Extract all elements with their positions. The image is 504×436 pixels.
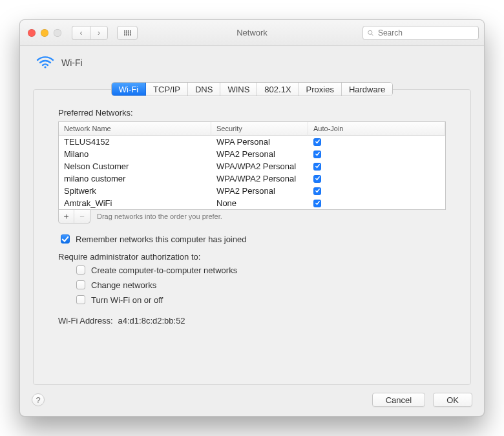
auto-join-checkbox[interactable]	[313, 151, 321, 158]
remove-network-button[interactable]: −	[74, 210, 90, 223]
tab-hardware[interactable]: Hardware	[342, 83, 392, 96]
cell-network-name: TELUS4152	[59, 137, 211, 147]
search-field[interactable]	[362, 26, 479, 40]
minimize-window-button[interactable]	[41, 29, 48, 37]
cell-security: WPA2 Personal	[211, 186, 308, 196]
help-button[interactable]: ?	[32, 393, 45, 406]
wifi-address-label: Wi-Fi Address:	[58, 316, 113, 326]
tab-wi-fi[interactable]: Wi-Fi	[112, 83, 146, 96]
require-option-checkbox[interactable]	[76, 265, 85, 275]
table-header: Network Name Security Auto-Join	[59, 122, 445, 136]
cell-auto-join	[308, 151, 445, 158]
require-option-label: Create computer-to-computer networks	[91, 265, 237, 275]
require-option-label: Turn Wi-Fi on or off	[91, 295, 163, 305]
col-auto-join[interactable]: Auto-Join	[308, 122, 445, 136]
networks-table[interactable]: Network Name Security Auto-Join TELUS415…	[58, 121, 446, 210]
chevron-right-icon: ›	[98, 28, 100, 37]
cell-security: WPA2 Personal	[211, 149, 308, 159]
cell-security: WPA Personal	[211, 137, 308, 147]
tab-proxies[interactable]: Proxies	[299, 83, 342, 96]
remember-networks-label: Remember networks this computer has join…	[76, 234, 246, 244]
window-controls	[28, 29, 61, 37]
forward-button[interactable]: ›	[90, 26, 108, 40]
tab-dns[interactable]: DNS	[188, 83, 220, 96]
cell-network-name: milano customer	[59, 174, 211, 183]
svg-point-0	[368, 30, 372, 34]
remember-networks-row[interactable]: Remember networks this computer has join…	[58, 233, 446, 245]
search-icon	[367, 29, 374, 37]
panel-title: Wi-Fi	[61, 57, 83, 68]
preferred-networks-label: Preferred Networks:	[58, 108, 446, 118]
content-pane: Preferred Networks: Network Name Securit…	[33, 89, 471, 385]
titlebar: ‹ › Network	[20, 20, 484, 46]
add-remove-group: ＋ −	[58, 209, 90, 223]
tab-bar: Wi-FiTCP/IPDNSWINS802.1XProxiesHardware	[20, 75, 484, 89]
cell-auto-join	[308, 175, 445, 183]
table-row[interactable]: SpitwerkWPA2 Personal	[59, 185, 445, 197]
auto-join-checkbox[interactable]	[313, 200, 321, 207]
add-network-button[interactable]: ＋	[59, 210, 74, 223]
cell-network-name: Nelson Customer	[59, 161, 211, 171]
cell-network-name: Amtrak_WiFi	[59, 198, 211, 208]
cell-network-name: Spitwerk	[59, 186, 211, 196]
col-security[interactable]: Security	[211, 122, 308, 136]
col-network-name[interactable]: Network Name	[59, 122, 211, 136]
auto-join-checkbox[interactable]	[313, 163, 321, 171]
panel-header: Wi-Fi	[20, 46, 484, 75]
auto-join-checkbox[interactable]	[313, 138, 321, 146]
cell-auto-join	[308, 200, 445, 207]
cell-auto-join	[308, 187, 445, 195]
chevron-left-icon: ‹	[80, 28, 83, 37]
wifi-address-row: Wi-Fi Address: a4:d1:8c:d2:bb:52	[58, 316, 446, 326]
wifi-address-value: a4:d1:8c:d2:bb:52	[118, 316, 185, 326]
search-input[interactable]	[377, 28, 474, 38]
show-all-button[interactable]	[117, 26, 138, 40]
tab-802-1x[interactable]: 802.1X	[257, 83, 299, 96]
drag-hint: Drag networks into the order you prefer.	[97, 213, 222, 220]
preferences-window: ‹ › Network Wi-Fi Wi-FiTCP/IPDNSWINS802.…	[19, 19, 485, 417]
cell-security: None	[211, 198, 308, 208]
require-option-checkbox[interactable]	[76, 295, 85, 304]
table-row[interactable]: milano customerWPA/WPA2 Personal	[59, 172, 445, 185]
table-row[interactable]: Nelson CustomerWPA/WPA2 Personal	[59, 160, 445, 172]
require-option-checkbox[interactable]	[76, 280, 85, 289]
wifi-icon	[36, 54, 55, 71]
cell-auto-join	[308, 163, 445, 171]
close-window-button[interactable]	[28, 29, 36, 37]
nav-buttons: ‹ ›	[72, 26, 108, 40]
auto-join-checkbox[interactable]	[313, 187, 321, 195]
cell-security: WPA/WPA2 Personal	[211, 174, 308, 183]
svg-point-2	[44, 66, 46, 68]
cancel-button[interactable]: Cancel	[372, 393, 425, 407]
tab-wins[interactable]: WINS	[220, 83, 257, 96]
back-button[interactable]: ‹	[72, 26, 90, 40]
table-row[interactable]: MilanoWPA2 Personal	[59, 148, 445, 160]
require-option-row[interactable]: Create computer-to-computer networks	[74, 264, 446, 276]
grid-icon	[124, 30, 131, 36]
tab-tcp-ip[interactable]: TCP/IP	[146, 83, 188, 96]
require-option-label: Change networks	[91, 280, 156, 290]
remember-networks-checkbox[interactable]	[61, 234, 70, 244]
table-footer: ＋ − Drag networks into the order you pre…	[58, 209, 446, 223]
svg-line-1	[372, 34, 373, 35]
table-row[interactable]: TELUS4152WPA Personal	[59, 136, 445, 148]
auto-join-checkbox[interactable]	[313, 175, 321, 183]
cell-security: WPA/WPA2 Personal	[211, 161, 308, 171]
require-option-row[interactable]: Change networks	[74, 278, 446, 291]
cell-auto-join	[308, 138, 445, 146]
table-row[interactable]: Amtrak_WiFiNone	[59, 197, 445, 209]
ok-button[interactable]: OK	[433, 393, 472, 407]
require-option-row[interactable]: Turn Wi-Fi on or off	[74, 293, 446, 306]
zoom-window-button[interactable]	[54, 29, 61, 37]
cell-network-name: Milano	[59, 149, 211, 159]
require-auth-label: Require administrator authorization to:	[58, 252, 446, 262]
footer: ? Cancel OK	[20, 385, 484, 416]
